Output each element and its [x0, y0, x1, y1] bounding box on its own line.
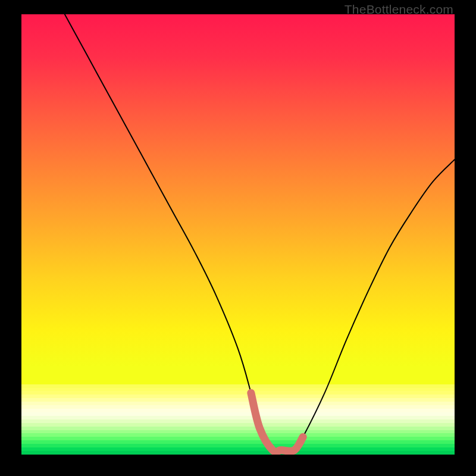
plot-area — [21, 14, 455, 455]
chart-frame: TheBottleneck.com — [0, 0, 476, 476]
highlight-band — [251, 393, 303, 452]
curve-layer — [21, 14, 455, 455]
bottleneck-curve — [65, 14, 455, 452]
